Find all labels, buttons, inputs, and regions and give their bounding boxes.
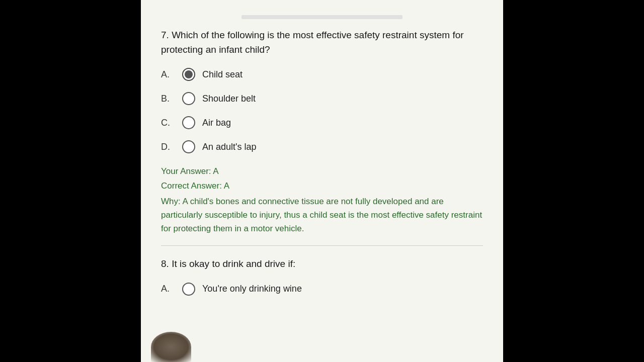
- question-7-text: 7. Which of the following is the most ef…: [161, 28, 483, 57]
- why-explanation: Why: A child's bones and connective tiss…: [161, 195, 483, 236]
- option-a-radio-fill: [185, 70, 193, 78]
- question-8-number: 8.: [161, 258, 169, 269]
- option-d-label: D.: [161, 142, 175, 152]
- option-c-text: Air bag: [202, 118, 231, 128]
- q8-option-a-label: A.: [161, 284, 175, 294]
- option-b-radio[interactable]: [182, 92, 195, 105]
- option-c-row[interactable]: C. Air bag: [161, 116, 483, 129]
- your-answer: Your Answer: A: [161, 164, 483, 179]
- finger-overlay: [151, 332, 191, 362]
- question-8-block: 8. It is okay to drink and drive if: A. …: [161, 257, 483, 296]
- option-a-label: A.: [161, 69, 175, 80]
- option-d-radio[interactable]: [182, 140, 195, 153]
- option-a-radio[interactable]: [182, 68, 195, 81]
- option-b-text: Shoulder belt: [202, 94, 256, 104]
- question-7-body: Which of the following is the most effec…: [161, 30, 464, 55]
- section-divider: [161, 245, 483, 246]
- phone-screen: 7. Which of the following is the most ef…: [141, 0, 503, 362]
- option-a-text: Child seat: [202, 69, 243, 80]
- question-7-number: 7.: [161, 30, 169, 40]
- correct-answer: Correct Answer: A: [161, 179, 483, 194]
- question-7-block: 7. Which of the following is the most ef…: [161, 28, 483, 235]
- why-label: Why:: [161, 197, 181, 206]
- question-8-body: It is okay to drink and drive if:: [172, 258, 295, 269]
- question-8-text: 8. It is okay to drink and drive if:: [161, 257, 483, 272]
- q8-option-a-radio[interactable]: [182, 283, 195, 296]
- option-c-label: C.: [161, 118, 175, 128]
- answer-section: Your Answer: A Correct Answer: A Why: A …: [161, 164, 483, 235]
- option-b-row[interactable]: B. Shoulder belt: [161, 92, 483, 105]
- q8-option-a-row[interactable]: A. You're only drinking wine: [161, 283, 483, 296]
- top-progress-bar: [242, 15, 403, 19]
- option-c-radio[interactable]: [182, 116, 195, 129]
- content-area: 7. Which of the following is the most ef…: [141, 0, 503, 317]
- option-d-row[interactable]: D. An adult's lap: [161, 140, 483, 153]
- option-a-row[interactable]: A. Child seat: [161, 68, 483, 81]
- option-b-label: B.: [161, 94, 175, 104]
- option-d-text: An adult's lap: [202, 142, 257, 152]
- q8-option-a-text: You're only drinking wine: [202, 284, 302, 294]
- why-body: A child's bones and connective tissue ar…: [161, 197, 482, 233]
